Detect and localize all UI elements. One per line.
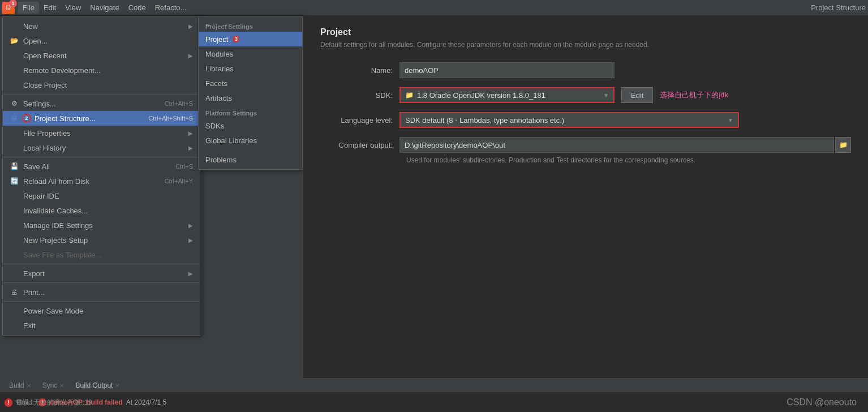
submenu-facets[interactable]: Facets xyxy=(199,76,302,91)
folder-icon: 📁 xyxy=(839,141,848,149)
menu-export[interactable]: Export ▶ xyxy=(3,266,200,281)
error-text-2: 错误: 无效的源发行版: 19 xyxy=(16,398,92,407)
menu-local-history[interactable]: Local History ▶ xyxy=(3,140,200,155)
project-structure-submenu: Project Settings Project 3 Modules Libra… xyxy=(198,16,303,170)
menu-edit[interactable]: Edit xyxy=(39,2,61,14)
sdk-label: SDK: xyxy=(320,91,399,100)
nav-arrows: ← → xyxy=(202,19,231,31)
file-menu-dropdown: New ▶ 📂 Open... Open Recent ▶ Remote Dev… xyxy=(2,16,200,336)
tab-sync[interactable]: Sync ✕ xyxy=(38,380,69,390)
submenu-problems[interactable]: Problems xyxy=(199,152,302,167)
project-panel: Project Default settings for all modules… xyxy=(303,16,868,378)
menu-new-projects[interactable]: New Projects Setup ▶ xyxy=(3,233,200,247)
sdk-folder-icon: 📁 xyxy=(405,91,414,99)
menu-manage-ide[interactable]: Manage IDE Settings ▶ xyxy=(3,218,200,233)
menu-code[interactable]: Code xyxy=(124,2,151,14)
submenu-libraries[interactable]: Libraries xyxy=(199,61,302,76)
bottom-content: ▼ Build: ! demoAOP: build failed At 2024… xyxy=(0,392,868,412)
menu-exit[interactable]: Exit xyxy=(3,318,200,333)
recent-icon xyxy=(10,51,19,60)
menu-project-structure[interactable]: 🏛 2 Project Structure... Ctrl+Alt+Shift+… xyxy=(3,111,200,126)
menu-repair-ide[interactable]: Repair IDE xyxy=(3,188,200,203)
menu-print[interactable]: 🖨 Print... xyxy=(3,285,200,299)
sdk-dropdown[interactable]: 📁 1.8 Oracle OpenJDK version 1.8.0_181 ▼ xyxy=(399,87,615,103)
menu-open-recent[interactable]: Open Recent ▶ xyxy=(3,48,200,63)
submenu-global-libraries[interactable]: Global Libraries xyxy=(199,133,302,148)
menu-save-all[interactable]: 💾 Save All Ctrl+S xyxy=(3,159,200,174)
menu-save-template: Save File as Template... xyxy=(3,247,200,262)
sdk-row: SDK: 📁 1.8 Oracle OpenJDK version 1.8.0_… xyxy=(320,87,851,103)
template-icon xyxy=(10,250,19,259)
badge-2: 2 xyxy=(22,114,31,123)
settings-icon: ⚙ xyxy=(10,99,19,108)
structure-icon: 🏛 xyxy=(10,114,19,123)
menu-reload-disk[interactable]: 🔄 Reload All from Disk Ctrl+Alt+Y xyxy=(3,174,200,188)
menu-new[interactable]: New ▶ xyxy=(3,19,200,33)
arrow-properties: ▶ xyxy=(188,130,193,136)
panel-description: Default settings for all modules. Config… xyxy=(320,41,851,49)
menu-open[interactable]: 📂 Open... xyxy=(3,33,200,48)
red-note: 选择自己机子下的jdk xyxy=(660,90,728,100)
menu-navigate[interactable]: Navigate xyxy=(85,2,123,14)
arrow-recent: ▶ xyxy=(188,53,193,59)
lang-dropdown-arrow: ▼ xyxy=(728,117,733,123)
menu-settings[interactable]: ⚙ Settings... Ctrl+Alt+S xyxy=(3,96,200,111)
reload-icon: 🔄 xyxy=(10,177,19,186)
language-label: Language level: xyxy=(320,116,399,125)
tab-build-output[interactable]: Build Output ✕ xyxy=(71,380,124,390)
menu-power-save[interactable]: Power Save Mode xyxy=(3,303,200,318)
language-value: SDK default (8 - Lambdas, type annotatio… xyxy=(405,116,564,125)
menu-file[interactable]: File xyxy=(18,2,39,14)
new-projects-icon xyxy=(10,235,19,244)
menu-file-properties[interactable]: File Properties ▶ xyxy=(3,126,200,140)
bottom-panel: Build ✕ Sync ✕ Build Output ✕ ▼ Build: !… xyxy=(0,378,868,412)
compiler-label: Compiler output: xyxy=(320,141,399,149)
exit-icon xyxy=(10,321,19,330)
error-row-2: ! 错误: 无效的源发行版: 19 xyxy=(5,398,92,407)
platform-settings-header: Platform Settings xyxy=(199,105,302,118)
menu-remote-dev[interactable]: Remote Development... xyxy=(3,63,200,78)
history-icon xyxy=(10,143,19,152)
tab-build-close[interactable]: ✕ xyxy=(27,383,31,389)
error-detail: At 2024/7/1 5 xyxy=(126,398,166,406)
app-logo: IJ 1 xyxy=(2,2,15,14)
close-project-icon xyxy=(10,80,19,89)
language-dropdown[interactable]: SDK default (8 - Lambdas, type annotatio… xyxy=(399,112,739,128)
compiler-row: Compiler output: 📁 xyxy=(320,137,851,153)
window-title: Project Structure xyxy=(811,3,866,12)
submenu-project[interactable]: Project 3 xyxy=(199,32,302,46)
submenu-artifacts[interactable]: Artifacts xyxy=(199,91,302,105)
power-icon xyxy=(10,306,19,315)
remote-icon xyxy=(10,66,19,75)
repair-icon xyxy=(10,191,19,200)
compiler-note: Used for modules' subdirectories, Produc… xyxy=(406,156,851,164)
badge-3: 3 xyxy=(231,35,240,44)
menu-refactor[interactable]: Refacto... xyxy=(151,2,191,14)
name-input[interactable] xyxy=(399,62,615,78)
tab-build[interactable]: Build ✕ xyxy=(5,380,36,390)
export-icon xyxy=(10,269,19,278)
open-icon: 📂 xyxy=(10,36,19,45)
name-row: Name: xyxy=(320,62,851,78)
bottom-tabs: Build ✕ Sync ✕ Build Output ✕ xyxy=(0,379,868,392)
badge-1: 1 xyxy=(9,0,17,7)
name-label: Name: xyxy=(320,66,399,75)
back-arrow[interactable]: ← xyxy=(202,19,214,31)
compiler-folder-button[interactable]: 📁 xyxy=(835,137,851,153)
arrow-new-projects: ▶ xyxy=(188,237,193,243)
tab-build-output-close[interactable]: ✕ xyxy=(115,383,119,389)
compiler-input[interactable] xyxy=(399,137,834,153)
panel-title: Project xyxy=(320,27,851,37)
sdk-dropdown-arrow: ▼ xyxy=(603,92,609,98)
print-icon: 🖨 xyxy=(10,287,19,297)
submenu-modules[interactable]: Modules xyxy=(199,46,302,61)
forward-arrow[interactable]: → xyxy=(219,19,231,31)
arrow-export: ▶ xyxy=(188,271,193,277)
edit-button[interactable]: Edit xyxy=(621,87,653,103)
menu-close-project[interactable]: Close Project xyxy=(3,78,200,92)
tab-sync-close[interactable]: ✕ xyxy=(59,383,64,389)
submenu-sdks[interactable]: SDKs xyxy=(199,118,302,133)
menu-view[interactable]: View xyxy=(61,2,85,14)
cache-icon xyxy=(10,206,19,215)
menu-invalidate-caches[interactable]: Invalidate Caches... xyxy=(3,203,200,218)
